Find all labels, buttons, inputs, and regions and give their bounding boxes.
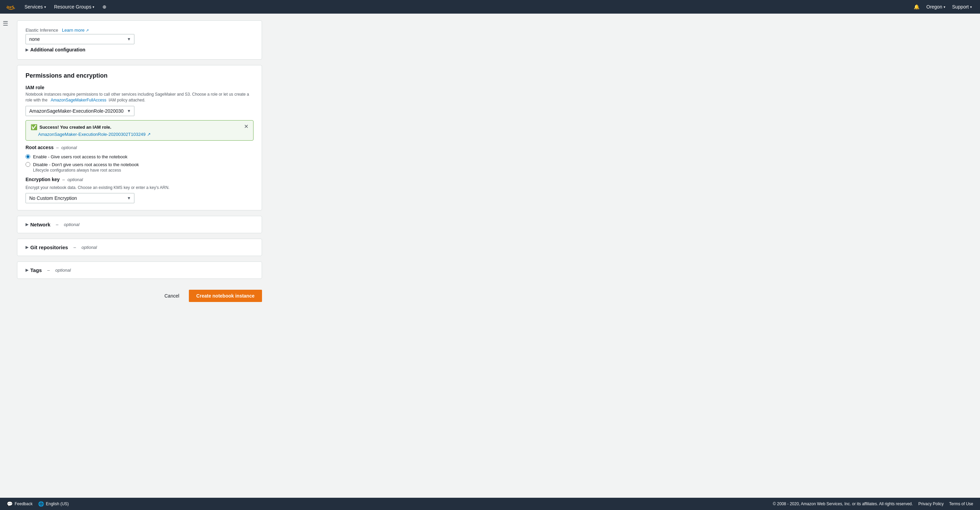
resource-groups-menu[interactable]: Resource Groups ▾ xyxy=(51,0,97,14)
tags-arrow-icon: ▶ xyxy=(25,268,28,273)
root-access-radio-group: Enable - Give users root access to the n… xyxy=(25,154,253,173)
sidebar-toggle[interactable]: ☰ xyxy=(0,17,11,30)
services-label: Services xyxy=(24,4,43,10)
services-menu[interactable]: Services ▾ xyxy=(22,0,49,14)
root-disable-label[interactable]: Disable - Don't give users root access t… xyxy=(25,162,253,167)
create-notebook-button[interactable]: Create notebook instance xyxy=(189,290,262,302)
region-menu[interactable]: Oregon ▾ xyxy=(924,0,948,14)
iam-role-label: IAM role xyxy=(25,85,253,90)
main-content: Elastic Inference Learn more ↗ none ▼ ▶ … xyxy=(0,14,272,314)
hamburger-icon: ☰ xyxy=(3,20,8,27)
network-section: ▶ Network – optional xyxy=(17,216,262,233)
tags-section: ▶ Tags – optional xyxy=(17,261,262,279)
git-repos-label: Git repositories xyxy=(30,244,68,250)
success-check-icon: ✅ xyxy=(30,124,37,131)
root-disable-radio[interactable] xyxy=(25,162,30,167)
elastic-inference-card: Elastic Inference Learn more ↗ none ▼ ▶ … xyxy=(17,21,262,60)
encryption-select[interactable]: No Custom Encryption xyxy=(25,193,134,203)
elastic-inference-select[interactable]: none xyxy=(25,34,134,44)
tags-dash: – xyxy=(47,268,50,273)
root-disable-sub: Lifecycle configurations always have roo… xyxy=(33,168,253,173)
region-label: Oregon xyxy=(926,4,942,10)
notifications-btn[interactable]: 🔔 xyxy=(911,0,922,14)
git-repos-arrow-icon: ▶ xyxy=(25,245,28,250)
external-link-icon: ↗ xyxy=(86,28,89,32)
success-role-link[interactable]: AmazonSageMaker-ExecutionRole-20200302T1… xyxy=(38,132,151,137)
network-optional: optional xyxy=(64,222,80,227)
permissions-title: Permissions and encryption xyxy=(25,72,253,79)
success-banner: ✅ Success! You created an IAM role. Amaz… xyxy=(25,120,253,140)
collapse-arrow-icon: ▶ xyxy=(25,48,28,52)
git-repos-toggle[interactable]: ▶ Git repositories – optional xyxy=(25,244,253,250)
elastic-inference-label: Elastic Inference Learn more ↗ xyxy=(25,27,253,33)
support-label: Support xyxy=(952,4,969,10)
iam-policy-link[interactable]: AmazonSageMakerFullAccess xyxy=(50,98,107,102)
encryption-dash: – xyxy=(62,177,65,182)
region-chevron: ▾ xyxy=(943,5,945,9)
iam-role-desc: Notebook instances require permissions t… xyxy=(25,92,253,103)
services-chevron: ▾ xyxy=(44,5,46,9)
root-enable-label[interactable]: Enable - Give users root access to the n… xyxy=(25,154,253,159)
pin-icon-btn[interactable]: ⊕ xyxy=(100,0,109,14)
root-disable-option: Disable - Don't give users root access t… xyxy=(25,162,253,173)
root-access-label: Root access – optional xyxy=(25,145,253,150)
tags-optional: optional xyxy=(55,268,71,273)
iam-role-select[interactable]: AmazonSageMaker-ExecutionRole-20200302T1… xyxy=(25,106,134,116)
additional-config-label: Additional configuration xyxy=(30,47,86,53)
top-navigation: Services ▾ Resource Groups ▾ ⊕ 🔔 Oregon … xyxy=(0,0,980,14)
encryption-select-wrapper: No Custom Encryption ▼ xyxy=(25,193,134,203)
root-access-optional: – xyxy=(56,145,59,150)
tags-label: Tags xyxy=(30,267,42,273)
encryption-desc: Encrypt your notebook data. Choose an ex… xyxy=(25,185,253,191)
pin-icon: ⊕ xyxy=(102,4,107,10)
success-title: ✅ Success! You created an IAM role. xyxy=(30,124,151,131)
cancel-button[interactable]: Cancel xyxy=(160,290,183,301)
network-arrow-icon: ▶ xyxy=(25,222,28,227)
support-chevron: ▾ xyxy=(970,5,972,9)
elastic-inference-learn-more[interactable]: Learn more ↗ xyxy=(60,27,89,33)
git-repos-dash: – xyxy=(73,245,76,250)
resource-groups-chevron: ▾ xyxy=(92,5,94,9)
footer-actions: Cancel Create notebook instance xyxy=(17,284,262,308)
permissions-card: Permissions and encryption IAM role Note… xyxy=(17,65,262,210)
elastic-inference-select-wrapper: none ▼ xyxy=(25,34,134,44)
encryption-label: Encryption key – optional xyxy=(25,177,253,182)
iam-role-select-wrapper: AmazonSageMaker-ExecutionRole-20200302T1… xyxy=(25,106,134,116)
success-content: ✅ Success! You created an IAM role. Amaz… xyxy=(30,124,151,137)
aws-logo[interactable] xyxy=(5,3,16,10)
success-close-button[interactable]: ✕ xyxy=(244,124,248,129)
support-menu[interactable]: Support ▾ xyxy=(950,0,975,14)
resource-groups-label: Resource Groups xyxy=(54,4,92,10)
git-repos-section: ▶ Git repositories – optional xyxy=(17,239,262,256)
network-toggle[interactable]: ▶ Network – optional xyxy=(25,222,253,228)
additional-config-toggle[interactable]: ▶ Additional configuration xyxy=(25,47,253,53)
tags-toggle[interactable]: ▶ Tags – optional xyxy=(25,267,253,273)
git-repos-optional: optional xyxy=(81,245,97,250)
root-enable-radio[interactable] xyxy=(25,154,30,159)
network-dash: – xyxy=(56,222,58,227)
network-label: Network xyxy=(30,222,50,228)
success-ext-icon: ↗ xyxy=(147,132,151,137)
bell-icon: 🔔 xyxy=(914,4,920,10)
root-enable-option: Enable - Give users root access to the n… xyxy=(25,154,253,159)
